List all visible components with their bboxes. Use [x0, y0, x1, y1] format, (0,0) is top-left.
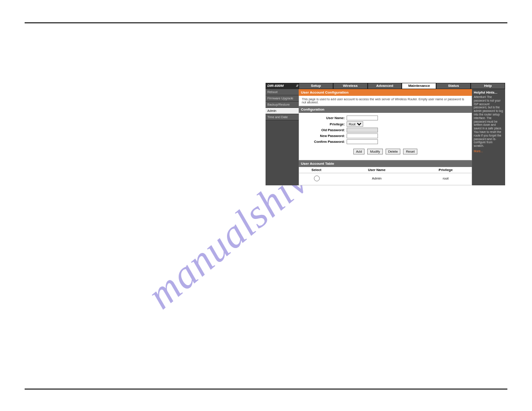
table-row: Admin root: [299, 173, 472, 184]
new-password-input[interactable]: [347, 133, 378, 138]
router-admin-ui: DIR-600M/// Setup Wireless Advanced Main…: [266, 83, 505, 185]
new-password-label: New Password:: [302, 134, 347, 138]
sidebar-item-firmware[interactable]: Firmware Upgrade: [266, 95, 299, 102]
row-username: Admin: [334, 173, 420, 184]
sidebar-item-time[interactable]: Time and Date: [266, 114, 299, 120]
tab-wireless[interactable]: Wireless: [333, 83, 368, 89]
col-privilege: Privilege: [420, 167, 472, 173]
old-password-label: Old Password:: [302, 128, 347, 132]
sidebar-item-admin[interactable]: Admin: [266, 108, 299, 114]
help-title: Helpful Hints...: [474, 90, 503, 94]
add-button[interactable]: Add: [353, 149, 365, 154]
col-select: Select: [299, 167, 334, 173]
left-sidebar: Reboot Firmware Upgrade Backup/Restore A…: [266, 89, 299, 185]
username-input[interactable]: [347, 116, 378, 120]
sidebar-item-backup[interactable]: Backup/Restore: [266, 102, 299, 108]
model-text: DIR-600M: [267, 84, 283, 88]
user-account-table: Select User Name Privilege Admin root: [299, 167, 472, 183]
confirm-password-label: Confirm Password:: [302, 140, 347, 144]
model-stripes-icon: ///: [296, 84, 298, 88]
bottom-rule: [25, 389, 507, 390]
privilege-select[interactable]: Root: [347, 121, 363, 127]
tab-status[interactable]: Status: [436, 83, 471, 89]
button-row: Add Modify Delete Reset: [302, 145, 469, 158]
delete-button[interactable]: Delete: [386, 149, 401, 154]
main-panel: User Account Configuration This page is …: [299, 89, 472, 185]
section-description: This page is used to add user account to…: [299, 96, 472, 106]
username-label: User Name:: [302, 116, 347, 120]
tab-help[interactable]: Help: [471, 83, 505, 89]
tab-maintenance[interactable]: Maintenance: [402, 83, 436, 89]
help-panel: Helpful Hints... Attention! The password…: [472, 89, 505, 185]
row-select-radio[interactable]: [314, 176, 320, 181]
privilege-label: Privilege:: [302, 122, 347, 126]
old-password-input[interactable]: [347, 128, 378, 133]
tab-advanced[interactable]: Advanced: [368, 83, 402, 89]
tab-setup[interactable]: Setup: [299, 83, 333, 89]
configuration-header: Configuration: [299, 106, 472, 113]
top-tab-bar: DIR-600M/// Setup Wireless Advanced Main…: [266, 83, 505, 89]
row-privilege: root: [420, 173, 472, 184]
help-body: Attention! The password is not your ISP …: [474, 95, 503, 148]
reset-button[interactable]: Reset: [403, 149, 417, 154]
confirm-password-input[interactable]: [347, 139, 378, 144]
help-more-link[interactable]: More...: [474, 150, 503, 153]
model-label: DIR-600M///: [266, 83, 299, 89]
account-table-header: User Account Table: [299, 160, 472, 167]
col-username: User Name: [334, 167, 420, 173]
sidebar-item-reboot[interactable]: Reboot: [266, 89, 299, 95]
modify-button[interactable]: Modify: [367, 149, 382, 154]
top-rule: [25, 22, 507, 23]
section-title: User Account Configuration: [299, 89, 472, 96]
configuration-form: User Name: Privilege: Root Old Password:…: [299, 113, 472, 160]
